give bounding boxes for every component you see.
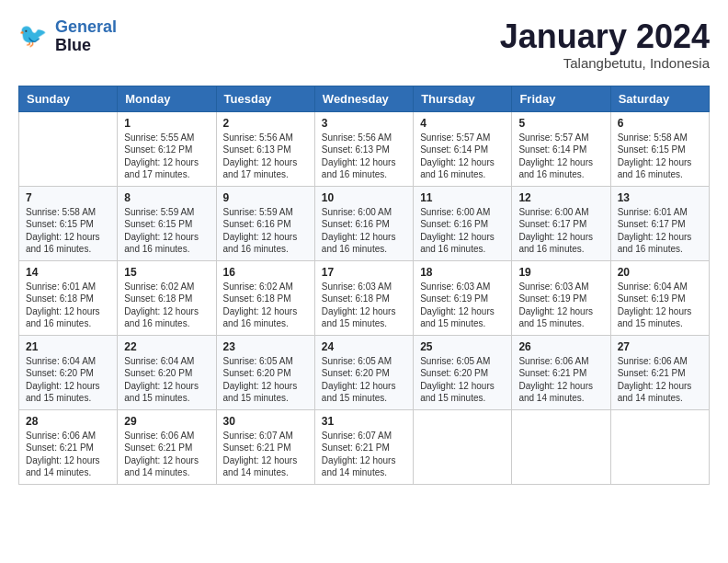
day-info: Sunrise: 6:00 AM Sunset: 6:16 PM Dayligh… <box>322 206 406 256</box>
day-cell-7: 7Sunrise: 5:58 AM Sunset: 6:15 PM Daylig… <box>19 186 118 260</box>
day-info: Sunrise: 5:57 AM Sunset: 6:14 PM Dayligh… <box>420 132 505 181</box>
day-number: 27 <box>618 340 702 353</box>
day-info: Sunrise: 6:06 AM Sunset: 6:21 PM Dayligh… <box>26 430 110 479</box>
day-number: 24 <box>322 340 406 353</box>
day-header-monday: Monday <box>118 86 216 111</box>
day-cell-28: 28Sunrise: 6:06 AM Sunset: 6:21 PM Dayli… <box>19 409 118 484</box>
day-number: 23 <box>223 340 308 353</box>
day-info: Sunrise: 6:04 AM Sunset: 6:20 PM Dayligh… <box>124 355 209 405</box>
day-cell-29: 29Sunrise: 6:06 AM Sunset: 6:21 PM Dayli… <box>118 409 216 484</box>
day-cell-18: 18Sunrise: 6:03 AM Sunset: 6:19 PM Dayli… <box>414 260 512 335</box>
day-cell-25: 25Sunrise: 6:05 AM Sunset: 6:20 PM Dayli… <box>414 335 512 409</box>
day-cell-20: 20Sunrise: 6:04 AM Sunset: 6:19 PM Dayli… <box>610 260 709 335</box>
day-number: 31 <box>322 415 406 428</box>
day-number: 11 <box>420 191 505 204</box>
day-number: 10 <box>322 191 406 204</box>
day-info: Sunrise: 6:01 AM Sunset: 6:17 PM Dayligh… <box>618 206 702 256</box>
logo-text: GeneralBlue <box>55 18 117 55</box>
day-info: Sunrise: 6:05 AM Sunset: 6:20 PM Dayligh… <box>223 355 308 405</box>
day-number: 20 <box>618 266 702 279</box>
day-number: 21 <box>26 340 110 353</box>
day-cell-8: 8Sunrise: 5:59 AM Sunset: 6:15 PM Daylig… <box>118 186 216 260</box>
day-cell-9: 9Sunrise: 5:59 AM Sunset: 6:16 PM Daylig… <box>216 186 314 260</box>
day-info: Sunrise: 6:04 AM Sunset: 6:20 PM Dayligh… <box>26 355 110 405</box>
day-info: Sunrise: 6:02 AM Sunset: 6:18 PM Dayligh… <box>124 281 209 330</box>
day-number: 30 <box>223 415 308 428</box>
day-number: 3 <box>322 117 406 130</box>
day-number: 18 <box>420 266 505 279</box>
day-number: 26 <box>518 340 603 353</box>
day-info: Sunrise: 6:02 AM Sunset: 6:18 PM Dayligh… <box>223 281 308 330</box>
day-header-sunday: Sunday <box>19 86 118 111</box>
logo: 🐦 GeneralBlue <box>18 18 117 55</box>
day-info: Sunrise: 6:06 AM Sunset: 6:21 PM Dayligh… <box>124 430 209 479</box>
day-info: Sunrise: 6:07 AM Sunset: 6:21 PM Dayligh… <box>322 430 406 479</box>
day-info: Sunrise: 5:56 AM Sunset: 6:13 PM Dayligh… <box>322 132 406 181</box>
day-number: 13 <box>618 191 702 204</box>
day-info: Sunrise: 6:05 AM Sunset: 6:20 PM Dayligh… <box>322 355 406 405</box>
day-info: Sunrise: 5:58 AM Sunset: 6:15 PM Dayligh… <box>26 206 110 256</box>
day-info: Sunrise: 5:59 AM Sunset: 6:15 PM Dayligh… <box>124 206 209 256</box>
title-block: January 2024 Talangbetutu, Indonesia <box>500 18 710 71</box>
day-cell-27: 27Sunrise: 6:06 AM Sunset: 6:21 PM Dayli… <box>610 335 709 409</box>
day-info: Sunrise: 6:04 AM Sunset: 6:19 PM Dayligh… <box>618 281 702 330</box>
day-number: 29 <box>124 415 209 428</box>
day-info: Sunrise: 6:05 AM Sunset: 6:20 PM Dayligh… <box>420 355 505 405</box>
day-cell-17: 17Sunrise: 6:03 AM Sunset: 6:18 PM Dayli… <box>314 260 413 335</box>
day-number: 28 <box>26 415 110 428</box>
day-info: Sunrise: 5:57 AM Sunset: 6:14 PM Dayligh… <box>518 132 603 181</box>
day-number: 7 <box>26 191 110 204</box>
day-info: Sunrise: 5:56 AM Sunset: 6:13 PM Dayligh… <box>223 132 308 181</box>
day-cell-15: 15Sunrise: 6:02 AM Sunset: 6:18 PM Dayli… <box>118 260 216 335</box>
day-cell-3: 3Sunrise: 5:56 AM Sunset: 6:13 PM Daylig… <box>314 111 413 186</box>
day-cell-31: 31Sunrise: 6:07 AM Sunset: 6:21 PM Dayli… <box>314 409 413 484</box>
day-info: Sunrise: 6:06 AM Sunset: 6:21 PM Dayligh… <box>518 355 603 405</box>
day-number: 2 <box>223 117 308 130</box>
week-row-5: 28Sunrise: 6:06 AM Sunset: 6:21 PM Dayli… <box>19 409 710 484</box>
week-row-1: 1Sunrise: 5:55 AM Sunset: 6:12 PM Daylig… <box>19 111 710 186</box>
day-cell-16: 16Sunrise: 6:02 AM Sunset: 6:18 PM Dayli… <box>216 260 314 335</box>
page-header: 🐦 GeneralBlue January 2024 Talangbetutu,… <box>18 18 710 71</box>
day-number: 8 <box>124 191 209 204</box>
day-number: 12 <box>518 191 603 204</box>
day-number: 14 <box>26 266 110 279</box>
day-cell-30: 30Sunrise: 6:07 AM Sunset: 6:21 PM Dayli… <box>216 409 314 484</box>
empty-cell <box>512 409 610 484</box>
day-cell-12: 12Sunrise: 6:00 AM Sunset: 6:17 PM Dayli… <box>512 186 610 260</box>
day-info: Sunrise: 6:00 AM Sunset: 6:16 PM Dayligh… <box>420 206 505 256</box>
day-cell-13: 13Sunrise: 6:01 AM Sunset: 6:17 PM Dayli… <box>610 186 709 260</box>
day-cell-5: 5Sunrise: 5:57 AM Sunset: 6:14 PM Daylig… <box>512 111 610 186</box>
svg-text:🐦: 🐦 <box>18 21 48 50</box>
day-number: 9 <box>223 191 308 204</box>
empty-cell <box>610 409 709 484</box>
week-row-4: 21Sunrise: 6:04 AM Sunset: 6:20 PM Dayli… <box>19 335 710 409</box>
day-info: Sunrise: 6:03 AM Sunset: 6:18 PM Dayligh… <box>322 281 406 330</box>
day-cell-1: 1Sunrise: 5:55 AM Sunset: 6:12 PM Daylig… <box>118 111 216 186</box>
day-cell-2: 2Sunrise: 5:56 AM Sunset: 6:13 PM Daylig… <box>216 111 314 186</box>
day-info: Sunrise: 6:03 AM Sunset: 6:19 PM Dayligh… <box>518 281 603 330</box>
day-info: Sunrise: 6:06 AM Sunset: 6:21 PM Dayligh… <box>618 355 702 405</box>
day-number: 19 <box>518 266 603 279</box>
day-info: Sunrise: 6:00 AM Sunset: 6:17 PM Dayligh… <box>518 206 603 256</box>
day-cell-24: 24Sunrise: 6:05 AM Sunset: 6:20 PM Dayli… <box>314 335 413 409</box>
day-header-friday: Friday <box>512 86 610 111</box>
day-header-tuesday: Tuesday <box>216 86 314 111</box>
day-number: 1 <box>124 117 209 130</box>
day-cell-21: 21Sunrise: 6:04 AM Sunset: 6:20 PM Dayli… <box>19 335 118 409</box>
day-cell-11: 11Sunrise: 6:00 AM Sunset: 6:16 PM Dayli… <box>414 186 512 260</box>
day-number: 22 <box>124 340 209 353</box>
day-cell-19: 19Sunrise: 6:03 AM Sunset: 6:19 PM Dayli… <box>512 260 610 335</box>
day-cell-6: 6Sunrise: 5:58 AM Sunset: 6:15 PM Daylig… <box>610 111 709 186</box>
day-number: 17 <box>322 266 406 279</box>
logo-icon: 🐦 <box>18 20 51 53</box>
day-number: 4 <box>420 117 505 130</box>
day-number: 15 <box>124 266 209 279</box>
day-cell-10: 10Sunrise: 6:00 AM Sunset: 6:16 PM Dayli… <box>314 186 413 260</box>
empty-cell <box>19 111 118 186</box>
day-cell-14: 14Sunrise: 6:01 AM Sunset: 6:18 PM Dayli… <box>19 260 118 335</box>
day-number: 5 <box>518 117 603 130</box>
day-header-thursday: Thursday <box>414 86 512 111</box>
day-cell-26: 26Sunrise: 6:06 AM Sunset: 6:21 PM Dayli… <box>512 335 610 409</box>
day-number: 16 <box>223 266 308 279</box>
week-row-3: 14Sunrise: 6:01 AM Sunset: 6:18 PM Dayli… <box>19 260 710 335</box>
